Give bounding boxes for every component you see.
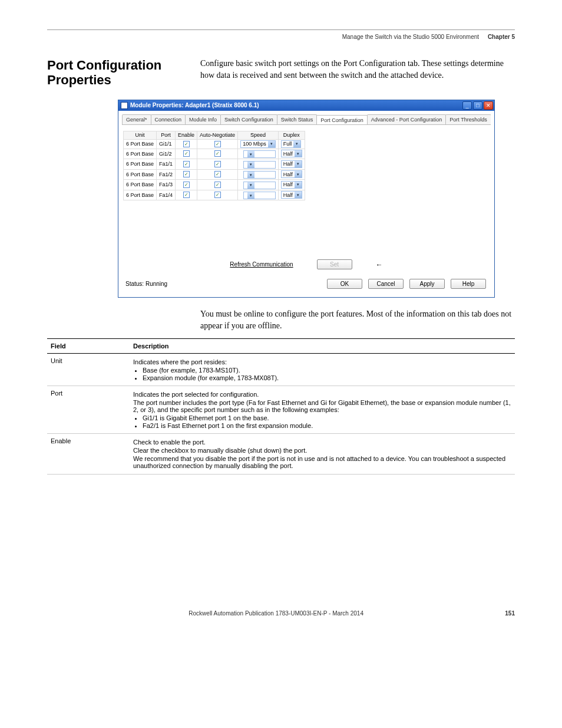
- chevron-down-icon: ▾: [247, 182, 254, 189]
- checkbox-icon[interactable]: ✓: [183, 141, 190, 147]
- minimize-button[interactable]: _: [462, 101, 472, 110]
- cell-duplex: Half▾: [278, 169, 305, 180]
- tab-switch-status[interactable]: Switch Status: [277, 114, 318, 124]
- col-speed: Speed: [238, 131, 279, 139]
- chevron-down-icon: ▾: [295, 182, 302, 188]
- checkbox-icon[interactable]: ✓: [214, 150, 221, 157]
- dropdown[interactable]: Half▾: [281, 160, 302, 168]
- list-item: Gi1/1 is Gigabit Ethernet port 1 on the …: [143, 414, 511, 421]
- chevron-down-icon: ▾: [295, 192, 302, 198]
- help-button[interactable]: Help: [451, 279, 486, 289]
- checkbox-icon[interactable]: ✓: [214, 171, 221, 177]
- checkbox-icon[interactable]: ✓: [214, 192, 221, 198]
- cell-enable: ✓: [176, 169, 197, 180]
- cell-unit: 6 Port Base: [124, 159, 157, 170]
- cell-duplex: Half▾: [278, 159, 305, 170]
- titlebar: Module Properties: Adapter1 (Stratix 800…: [118, 100, 494, 111]
- ok-button[interactable]: OK: [327, 279, 362, 289]
- table-row: 6 Port BaseGi1/1✓✓100 Mbps▾Full▾: [124, 139, 305, 149]
- cell-speed: ▾: [238, 180, 279, 190]
- close-button[interactable]: ✕: [484, 101, 493, 110]
- chevron-down-icon: ▾: [293, 141, 300, 147]
- refresh-communication-link[interactable]: Refresh Communication: [230, 261, 293, 268]
- tab-switch-configuration[interactable]: Switch Configuration: [220, 114, 277, 124]
- dropdown[interactable]: Half▾: [281, 181, 302, 189]
- cell-port: Gi1/2: [157, 149, 176, 159]
- back-arrow-icon[interactable]: ←: [376, 261, 383, 269]
- cell-duplex: Half▾: [278, 149, 305, 159]
- dropdown[interactable]: ▾: [243, 161, 276, 169]
- chevron-down-icon: ▾: [295, 161, 302, 167]
- tabstrip: General*ConnectionModule InfoSwitch Conf…: [122, 114, 491, 125]
- doc-field: Enable: [47, 434, 130, 475]
- checkbox-icon[interactable]: ✓: [183, 171, 190, 177]
- checkbox-icon[interactable]: ✓: [183, 150, 190, 157]
- dropdown[interactable]: ▾: [243, 182, 276, 189]
- dropdown[interactable]: ▾: [243, 192, 276, 199]
- col-duplex: Duplex: [278, 131, 305, 139]
- cell-speed: ▾: [238, 149, 279, 159]
- port-grid: UnitPortEnableAuto-NegotiateSpeedDuplex …: [123, 131, 305, 201]
- checkbox-icon[interactable]: ✓: [214, 161, 221, 167]
- col-port: Port: [157, 131, 176, 139]
- tab-module-info[interactable]: Module Info: [185, 114, 221, 124]
- dropdown[interactable]: ▾: [243, 171, 276, 179]
- doc-row: UnitIndicates where the port resides:Bas…: [47, 354, 515, 386]
- cell-auto-negotiate: ✓: [197, 190, 238, 200]
- doc-row: EnableCheck to enable the port.Clear the…: [47, 434, 515, 475]
- cell-auto-negotiate: ✓: [197, 180, 238, 190]
- checkbox-icon[interactable]: ✓: [214, 182, 221, 188]
- th-description: Description: [130, 339, 515, 354]
- checkbox-icon[interactable]: ✓: [183, 192, 190, 198]
- set-button[interactable]: Set: [317, 259, 352, 269]
- cell-unit: 6 Port Base: [124, 169, 157, 180]
- cell-unit: 6 Port Base: [124, 149, 157, 159]
- dropdown[interactable]: Half▾: [281, 191, 302, 199]
- tab-port-configuration[interactable]: Port Configuration: [316, 115, 368, 125]
- tab-general-[interactable]: General*: [122, 114, 151, 124]
- maximize-button[interactable]: □: [473, 101, 482, 110]
- running-header-title: Manage the Switch via the Studio 5000 En…: [342, 34, 479, 40]
- cell-enable: ✓: [176, 159, 197, 170]
- running-header-chapter: Chapter 5: [488, 34, 515, 40]
- cell-unit: 6 Port Base: [124, 190, 157, 200]
- cell-duplex: Half▾: [278, 190, 305, 200]
- dropdown[interactable]: ▾: [243, 150, 276, 158]
- col-enable: Enable: [176, 131, 197, 139]
- apply-button[interactable]: Apply: [409, 279, 445, 289]
- chevron-down-icon: ▾: [295, 150, 302, 157]
- doc-description: Indicates the port selected for configur…: [130, 386, 515, 434]
- list-item: Expansion module (for example, 1783-MX08…: [143, 374, 511, 381]
- checkbox-icon[interactable]: ✓: [183, 161, 190, 167]
- checkbox-icon[interactable]: ✓: [214, 141, 221, 147]
- chevron-down-icon: ▾: [247, 172, 254, 178]
- tab-advanced-port-configuration[interactable]: Advanced - Port Configuration: [367, 114, 447, 124]
- tab-port-thresholds[interactable]: Port Thresholds: [445, 114, 491, 124]
- table-row: 6 Port BaseFa1/2✓✓▾Half▾: [124, 169, 305, 180]
- dropdown[interactable]: Half▾: [281, 150, 302, 157]
- cell-enable: ✓: [176, 190, 197, 200]
- col-auto-negotiate: Auto-Negotiate: [197, 131, 238, 139]
- chevron-down-icon: ▾: [247, 151, 254, 157]
- dialog-title: Module Properties: Adapter1 (Stratix 800…: [130, 102, 462, 108]
- table-row: 6 Port BaseGi1/2✓✓▾Half▾: [124, 149, 305, 159]
- cell-duplex: Half▾: [278, 180, 305, 190]
- dropdown[interactable]: 100 Mbps▾: [240, 140, 276, 148]
- dropdown[interactable]: Half▾: [281, 170, 302, 178]
- cell-duplex: Full▾: [278, 139, 305, 149]
- running-header: Manage the Switch via the Studio 5000 En…: [47, 34, 515, 40]
- cell-port: Fa1/2: [157, 169, 176, 180]
- chevron-down-icon: ▾: [295, 171, 302, 177]
- cell-port: Fa1/1: [157, 159, 176, 170]
- footer-publication: Rockwell Automation Publication 1783-UM0…: [189, 610, 363, 617]
- checkbox-icon[interactable]: ✓: [183, 182, 190, 188]
- list-item: Fa2/1 is Fast Ethernet port 1 on the fir…: [143, 422, 511, 429]
- cancel-button[interactable]: Cancel: [368, 279, 404, 289]
- doc-description: Check to enable the port.Clear the check…: [130, 434, 515, 475]
- cell-unit: 6 Port Base: [124, 180, 157, 190]
- tab-connection[interactable]: Connection: [151, 114, 186, 124]
- cell-unit: 6 Port Base: [124, 139, 157, 149]
- dropdown[interactable]: Full▾: [281, 140, 302, 148]
- table-row: 6 Port BaseFa1/1✓✓▾Half▾: [124, 159, 305, 170]
- chevron-down-icon: ▾: [247, 192, 254, 199]
